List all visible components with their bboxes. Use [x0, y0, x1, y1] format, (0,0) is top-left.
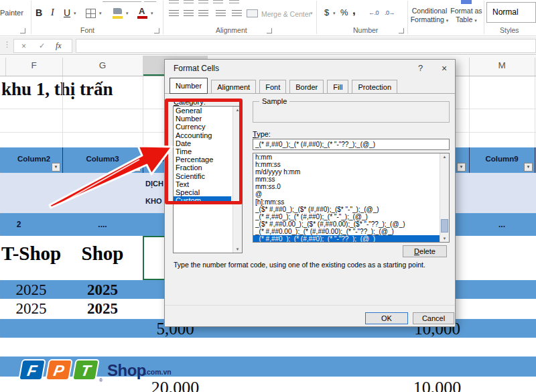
- type-option[interactable]: _(* #,##0.00_);_(* (#,##0.00);_(* "-"??_…: [253, 228, 440, 235]
- cancel-entry-icon[interactable]: ×: [21, 42, 26, 51]
- align-middle-icon[interactable]: [184, 0, 194, 5]
- delete-button[interactable]: Delete: [403, 245, 447, 257]
- scroll-up-icon[interactable]: ▲: [440, 155, 449, 159]
- cell-year2-f[interactable]: 2025: [0, 300, 62, 318]
- decrease-indent-icon[interactable]: [216, 10, 226, 17]
- type-option[interactable]: mm:ss.0: [253, 183, 440, 190]
- tab-border[interactable]: Border: [289, 80, 324, 93]
- font-dialog-launcher-icon[interactable]: [154, 28, 159, 34]
- cell-amount2-l[interactable]: 10,000: [405, 378, 469, 392]
- align-right-icon[interactable]: [198, 10, 208, 17]
- fill-color-bar[interactable]: [113, 16, 123, 19]
- cancel-button[interactable]: Cancel: [413, 312, 454, 324]
- merge-center-chevron-icon[interactable]: ▾: [310, 11, 313, 16]
- scroll-down-icon[interactable]: ▼: [233, 247, 242, 251]
- insert-function-icon[interactable]: fx: [56, 41, 62, 51]
- fill-color-icon[interactable]: [113, 8, 122, 14]
- orientation-icon[interactable]: [213, 0, 223, 5]
- cell-style-label: Normal: [492, 7, 519, 17]
- type-option[interactable]: _($* #,##0.00_);_($* (#,##0.00);_($* "-"…: [253, 220, 440, 228]
- formula-input[interactable]: [76, 39, 536, 53]
- cell-year1-g[interactable]: 2025: [62, 281, 143, 299]
- column-header-m[interactable]: M: [469, 56, 535, 76]
- filter-button-column2[interactable]: ▼: [52, 163, 60, 172]
- cell-index-m[interactable]: ...: [469, 220, 535, 229]
- tab-fill[interactable]: Fill: [327, 80, 348, 93]
- borders-button-icon[interactable]: [86, 9, 96, 18]
- align-left-icon[interactable]: [169, 10, 179, 17]
- format-painter-button[interactable]: Painter: [0, 9, 23, 17]
- type-option[interactable]: h:mm:ss: [253, 161, 440, 168]
- cell-style-normal[interactable]: Normal: [486, 2, 536, 23]
- type-scrollbar[interactable]: ▲ ▼: [440, 153, 449, 242]
- underline-button[interactable]: U: [64, 7, 70, 18]
- align-bottom-icon[interactable]: [198, 0, 208, 5]
- type-option[interactable]: [h]:mm:ss: [253, 198, 440, 206]
- align-center-icon[interactable]: [184, 10, 194, 17]
- type-option[interactable]: m/d/yyyy h:mm: [253, 168, 440, 176]
- table-header-column2[interactable]: Column2: [5, 155, 62, 163]
- clipboard-dialog-launcher-icon[interactable]: [20, 28, 25, 34]
- type-option[interactable]: _(* #,##0_);_(* (#,##0);_(* "-"_);_(@_): [253, 213, 440, 220]
- fill-color-chevron-icon[interactable]: ▾: [126, 11, 129, 16]
- increase-decimal-icon[interactable]: ←.0: [368, 9, 379, 16]
- cell-service-line1[interactable]: DỊCH: [145, 180, 163, 188]
- column-header-g[interactable]: G: [62, 56, 143, 76]
- font-color-chevron-icon[interactable]: ▾: [151, 11, 153, 16]
- logo-shop-text: Shop: [107, 361, 146, 380]
- cell-index-f[interactable]: 2: [5, 220, 32, 229]
- tab-number[interactable]: Number: [170, 78, 208, 94]
- accounting-chevron-icon[interactable]: ▾: [333, 11, 336, 16]
- table-header-column3[interactable]: Column3: [62, 155, 143, 163]
- dialog-close-icon[interactable]: ×: [442, 63, 447, 74]
- type-option[interactable]: mm:ss: [253, 176, 440, 183]
- merge-center-button[interactable]: Merge & Center: [261, 10, 311, 18]
- accounting-format-button[interactable]: $: [324, 7, 329, 17]
- cell-shop-f[interactable]: T-Shop: [1, 243, 61, 265]
- cell-year1-f[interactable]: 2025: [0, 281, 62, 299]
- alignment-dialog-launcher-icon[interactable]: [267, 28, 272, 34]
- cell-year2-g[interactable]: 2025: [62, 300, 143, 318]
- font-color-bar[interactable]: [137, 16, 147, 19]
- ok-button[interactable]: OK: [365, 312, 408, 324]
- tab-alignment[interactable]: Alignment: [211, 80, 256, 93]
- cell-index-g[interactable]: ....: [62, 220, 143, 229]
- scroll-down-icon[interactable]: ▼: [440, 237, 449, 241]
- cell-amount2-h[interactable]: 20,000: [143, 378, 208, 392]
- tab-font[interactable]: Font: [259, 80, 286, 93]
- logo-domain-text: .com.vn: [145, 368, 172, 376]
- cell-service-line2[interactable]: KHO: [145, 197, 161, 205]
- type-input[interactable]: _(* #,##0_);_(* (#,##0);_(* "-"??_);_(@_…: [253, 139, 450, 150]
- wrap-text-icon[interactable]: [229, 0, 239, 5]
- type-option[interactable]: h:mm: [253, 153, 440, 161]
- comma-style-button[interactable]: ,: [352, 4, 356, 17]
- font-color-icon[interactable]: A: [139, 6, 145, 16]
- conditional-formatting-button[interactable]: Conditional Formatting ▾: [409, 7, 450, 25]
- number-dialog-launcher-icon[interactable]: [399, 28, 404, 34]
- italic-button[interactable]: I: [51, 7, 54, 18]
- type-listbox[interactable]: h:mm h:mm:ss m/d/yyyy h:mm mm:ss mm:ss.0…: [253, 153, 450, 243]
- dialog-help-icon[interactable]: ?: [418, 63, 423, 73]
- decrease-decimal-icon[interactable]: .0→: [385, 9, 395, 16]
- type-option[interactable]: @: [253, 190, 440, 198]
- table-header-column9[interactable]: Column9: [469, 155, 535, 163]
- underline-chevron-icon[interactable]: ▾: [74, 11, 76, 16]
- filter-button-column8[interactable]: ▼: [457, 163, 466, 172]
- borders-chevron-icon[interactable]: ▾: [99, 11, 102, 16]
- scrollbar-thumb[interactable]: [441, 219, 448, 233]
- type-option[interactable]: _($* #,##0_);_($* (#,##0);_($* "-"_);_(@…: [253, 206, 440, 213]
- format-as-table-button[interactable]: Format as Table ▾: [449, 7, 484, 25]
- bold-button[interactable]: B: [36, 7, 42, 18]
- type-option-selected[interactable]: _(* #,##0_);_(* (#,##0);_(* "-"??_);_(@_…: [253, 235, 440, 243]
- filter-button-column3[interactable]: ▼: [132, 163, 141, 172]
- cell-shop-g[interactable]: Shop: [62, 243, 143, 265]
- align-top-icon[interactable]: [169, 0, 179, 5]
- tab-protection[interactable]: Protection: [352, 80, 397, 93]
- enter-entry-icon[interactable]: ✓: [39, 42, 45, 50]
- percent-style-button[interactable]: %: [340, 7, 348, 17]
- column-header-f[interactable]: F: [5, 56, 62, 76]
- merge-center-icon[interactable]: [247, 9, 258, 17]
- filter-button-column9[interactable]: ▼: [524, 163, 533, 172]
- excel-window: Painter B I U ▾ ▾ ▾ A ▾ Font Merge & Cen…: [0, 0, 536, 392]
- increase-indent-icon[interactable]: [232, 10, 242, 17]
